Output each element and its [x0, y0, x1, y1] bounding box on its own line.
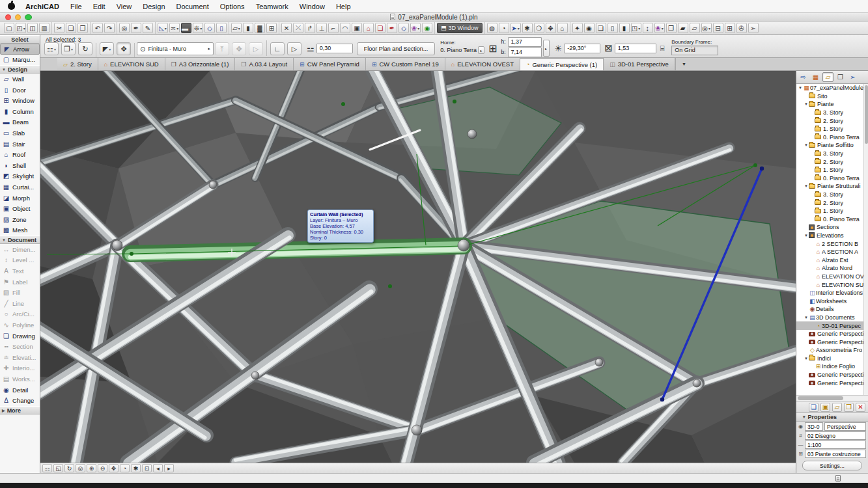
- view-map-tab[interactable]: ▱: [822, 72, 833, 82]
- sheet-icon[interactable]: ▯: [216, 23, 227, 33]
- polygon-edit-icon[interactable]: ◇: [399, 23, 409, 33]
- tree-item-alzato-est[interactable]: ⌂Alzato Est: [796, 256, 868, 264]
- quick-options-button[interactable]: ⚏: [42, 464, 52, 472]
- angle-input[interactable]: -29,30°: [564, 44, 600, 53]
- toolbox-marqu[interactable]: ▢Marqu...: [0, 55, 40, 66]
- find-select-icon[interactable]: ◎: [119, 23, 130, 33]
- model-view-options-icon[interactable]: ⊞: [266, 23, 277, 33]
- publisher-tab[interactable]: ➢: [847, 72, 858, 82]
- cursor-snap-icon[interactable]: ➢: [748, 23, 759, 33]
- tree-item-indice-foglio[interactable]: ⊞Indice Foglio: [796, 362, 868, 371]
- frame-option-icon[interactable]: ⌸: [660, 44, 665, 53]
- settings-button[interactable]: Settings...: [802, 461, 862, 470]
- layer-selector[interactable]: ⊙ Finitura - Muro ▸: [137, 42, 214, 55]
- apple-menu-icon[interactable]: [8, 3, 15, 10]
- rotate-selection-button[interactable]: ↻: [78, 42, 92, 55]
- menu-design[interactable]: Design: [143, 3, 165, 10]
- menu-help[interactable]: Help: [336, 3, 351, 10]
- redo-icon[interactable]: ↷: [104, 23, 115, 33]
- tab-3d-01-perspective[interactable]: ◫3D-01 Perspective: [604, 58, 675, 70]
- tree-item-07-exapanelmodule[interactable]: ▼▦07_exaPanelModule: [796, 84, 868, 92]
- snapshot-icon[interactable]: ◎▾: [701, 23, 712, 33]
- trim-icon[interactable]: ⌐: [328, 23, 339, 33]
- height-input[interactable]: 1,37: [508, 37, 542, 47]
- tree-item-piante-soffitto[interactable]: ▼Piante Soffitto: [796, 141, 868, 150]
- tab-generic-perspective-1[interactable]: ◔Generic Perspective (1): [520, 58, 604, 70]
- width-input[interactable]: 7,14: [508, 47, 542, 57]
- tree-item-generic-perspecti[interactable]: Generic Perspecti: [796, 371, 868, 379]
- pan-button[interactable]: ✥: [109, 464, 119, 472]
- toolbox-dimen[interactable]: ↔Dimen...: [0, 244, 40, 255]
- render-settings-icon[interactable]: ❀▾: [654, 23, 665, 33]
- save-current-view-button[interactable]: ▣: [820, 403, 830, 412]
- toolbox-text[interactable]: AText: [0, 265, 40, 277]
- grid-spacing-input[interactable]: 1,53: [615, 44, 656, 53]
- toolbox-column[interactable]: ▮Column: [0, 106, 40, 117]
- fit-view-button[interactable]: ⊡: [142, 464, 152, 472]
- look-around-button[interactable]: ◔: [120, 464, 130, 472]
- brush-dark-icon[interactable]: ▰: [678, 23, 688, 33]
- favorite-apply-button[interactable]: ❐▾: [61, 42, 76, 55]
- tree-item-interior-elevations[interactable]: ◫Interior Elevations: [796, 289, 868, 297]
- 3d-viewport[interactable]: Curtain Wall (Selected) Layer: Finitura …: [40, 71, 796, 473]
- walk-button[interactable]: ✱: [131, 464, 141, 472]
- tree-item-elevation-ov[interactable]: ⌂ELEVATION OV: [796, 273, 868, 281]
- toolbox-section[interactable]: ╍Section: [0, 341, 40, 352]
- pages-icon[interactable]: ⊟: [713, 23, 723, 33]
- roof-edit-icon[interactable]: ⌂: [363, 23, 374, 33]
- tree-item-2-story[interactable]: 2. Story: [796, 198, 868, 207]
- pickup-parameters-icon[interactable]: ✒: [131, 23, 141, 33]
- play-direction-button[interactable]: ▷: [287, 42, 301, 55]
- vr-scene-icon[interactable]: ◔: [499, 23, 509, 33]
- navigator-vscrollbar[interactable]: [863, 84, 868, 395]
- toolbox-interio[interactable]: ✚Interio...: [0, 363, 40, 374]
- corner-angle-button[interactable]: ∟: [270, 42, 285, 55]
- tree-item-sito[interactable]: Sito: [796, 92, 868, 101]
- tree-item-0-piano-terra[interactable]: 0. Piano Terra: [796, 174, 868, 183]
- tree-item-details[interactable]: ◉Details: [796, 305, 868, 314]
- tab-elevation-ovest[interactable]: ⌂ELEVATION OVEST: [445, 58, 520, 70]
- toolbox-wall[interactable]: ▱Wall: [0, 74, 40, 85]
- explore-model-icon[interactable]: ✦: [572, 23, 583, 33]
- print-icon[interactable]: ▥: [39, 23, 49, 33]
- tree-item-1-story[interactable]: 1. Story: [796, 125, 868, 133]
- mirror-icon[interactable]: ⊥: [316, 23, 327, 33]
- show-organizer-button[interactable]: ❐: [844, 403, 854, 412]
- layout-book-tab[interactable]: ❐: [835, 72, 846, 82]
- line-tools-icon[interactable]: ◺▾: [158, 23, 168, 33]
- toolbox-morph[interactable]: ◪Morph: [0, 193, 40, 204]
- toolbox-zone[interactable]: ▨Zone: [0, 214, 40, 225]
- tree-item-a-section-a[interactable]: ⌂A SECTION A: [796, 248, 868, 256]
- tree-item-indici[interactable]: ▼Indici: [796, 355, 868, 363]
- magic-wand-icon[interactable]: ❀▾: [410, 23, 421, 33]
- property-field-0-0[interactable]: 3D-0: [805, 422, 823, 431]
- zoom-out-button[interactable]: ⊖: [98, 464, 107, 472]
- tab-elevation-sud[interactable]: ⌂ELEVATION SUD: [98, 58, 165, 70]
- arrow-method-button[interactable]: ◤▾: [100, 42, 114, 55]
- undo-icon[interactable]: ↶: [92, 23, 103, 33]
- property-field-3-0[interactable]: 03 Piante costruzione: [805, 450, 866, 458]
- zoom-in-button[interactable]: ⊕: [87, 464, 96, 472]
- next-zoom-button[interactable]: ▸: [164, 464, 174, 472]
- toolbox-shell[interactable]: ◗Shell: [0, 160, 40, 171]
- toolbox-roof[interactable]: ⌂Roof: [0, 149, 40, 160]
- surface-paint-icon[interactable]: ▓: [255, 23, 265, 33]
- paste-icon[interactable]: ❐: [77, 23, 88, 33]
- toolbox-drawing[interactable]: ❏Drawing: [0, 331, 40, 342]
- tab-cw-panel-pyramid[interactable]: ⊞CW Panel Pyramid: [294, 58, 366, 70]
- fill-options-icon[interactable]: ▱▾: [231, 23, 242, 33]
- project-chooser-button[interactable]: ⇨: [798, 72, 809, 82]
- toolbox-mesh[interactable]: ▩Mesh: [0, 225, 40, 236]
- title-bar[interactable]: 07_exaPanelModule (1).pln: [0, 13, 868, 21]
- tab-a3-orizzontale-1[interactable]: ❐A3 Orizzontale (1): [165, 58, 236, 70]
- boundary-frame-value[interactable]: On Grid: [671, 46, 718, 55]
- tree-item-3-story[interactable]: 3. Story: [796, 150, 868, 158]
- grid-page-icon[interactable]: ⊞: [725, 23, 735, 33]
- rotate-icon[interactable]: ↱: [305, 23, 315, 33]
- tree-item-3d-01-perspec[interactable]: ◔3D-01 Perspec: [796, 321, 868, 330]
- save-icon[interactable]: ◫: [27, 23, 38, 33]
- toolbox-elevati[interactable]: ≐Elevati...: [0, 352, 40, 363]
- tree-item-elevations[interactable]: ▼Elevations: [796, 232, 868, 240]
- tree-item-worksheets[interactable]: ◧Worksheets: [796, 297, 868, 305]
- toolbox-detail[interactable]: ◉Detail: [0, 385, 40, 396]
